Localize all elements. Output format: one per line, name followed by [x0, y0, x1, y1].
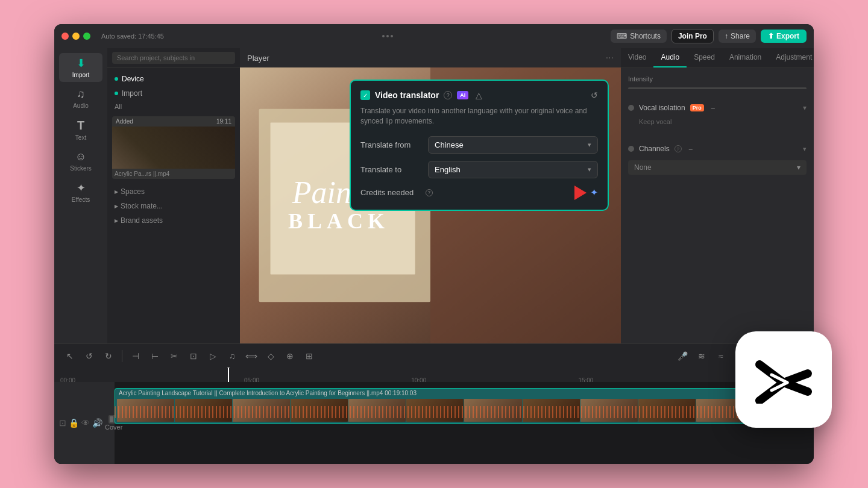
track-thumbnail-icon[interactable]: ⊡: [59, 418, 66, 428]
audio-wave-button[interactable]: ≋: [693, 348, 710, 364]
media-nav: Device Import All Added 19:11: [107, 68, 240, 233]
chevron-right-icon: ▶: [115, 204, 118, 209]
track-audio-icon[interactable]: 🔊: [92, 418, 102, 428]
spaces-section[interactable]: ▶ Spaces: [107, 185, 240, 198]
tab-video[interactable]: Video: [621, 48, 653, 67]
mask-button[interactable]: ◇: [262, 348, 279, 364]
vt-credits-info-icon[interactable]: ?: [426, 189, 433, 196]
replace-button[interactable]: ⊕: [281, 348, 298, 364]
split-end-button[interactable]: ⊢: [146, 348, 163, 364]
vt-from-select[interactable]: Chinese ▾: [428, 136, 598, 154]
mic-button[interactable]: 🎤: [674, 348, 691, 364]
search-input[interactable]: [112, 52, 235, 64]
tab-speed[interactable]: Speed: [687, 48, 722, 67]
svg-rect-0: [156, 136, 192, 160]
split-button[interactable]: ✂: [166, 348, 183, 364]
channels-chevron-icon[interactable]: ▾: [803, 145, 807, 153]
sidebar-item-label-import: Import: [72, 72, 89, 78]
channels-toggle[interactable]: [628, 146, 634, 152]
player-menu-dots[interactable]: ···: [606, 52, 614, 63]
vt-expand-icon[interactable]: △: [476, 90, 482, 100]
vt-cursor-area: ✦: [574, 186, 598, 200]
media-thumb-item[interactable]: Added 19:11 Acrylic Pa...rs ||.mp4: [112, 116, 235, 179]
media-panel: Device Import All Added 19:11: [107, 48, 240, 343]
vt-to-row: Translate to English ▾: [360, 161, 598, 178]
vt-from-row: Translate from Chinese ▾: [360, 136, 598, 154]
vt-refresh-icon[interactable]: ↺: [591, 90, 598, 100]
ruler-mark-0: 00:00: [60, 377, 75, 382]
maximize-button[interactable]: [83, 33, 90, 40]
redo-button[interactable]: ↻: [100, 348, 117, 364]
minimize-button[interactable]: [72, 33, 80, 40]
cursor-icon: [574, 186, 587, 200]
join-pro-button[interactable]: Join Pro: [671, 29, 714, 43]
video-track[interactable]: Acrylic Painting Landscape Tutorial || C…: [115, 388, 814, 424]
audio-icon: ♫: [77, 88, 85, 101]
playhead[interactable]: [228, 368, 229, 382]
media-sections: ▶ Spaces ▶ Stock mate... ▶ Brand assets: [107, 183, 240, 230]
tab-adjustment[interactable]: Adjustment: [769, 48, 814, 67]
speed-button[interactable]: ▷: [204, 348, 221, 364]
track-content: Acrylic Painting Landscape Tutorial || C…: [115, 382, 814, 464]
device-dot: [115, 77, 118, 81]
sidebar-item-stickers[interactable]: ☺ Stickers: [59, 147, 102, 175]
svg-rect-1: [162, 139, 186, 157]
vocal-isolation-toggle[interactable]: [628, 105, 634, 111]
channels-row: Channels ? – ▾: [628, 140, 807, 158]
vt-from-value: Chinese: [435, 140, 464, 149]
close-button[interactable]: [61, 33, 69, 40]
channels-dash[interactable]: –: [689, 145, 693, 152]
vocal-isolation-label: Vocal isolation: [639, 104, 685, 112]
track-lock-icon[interactable]: 🔒: [69, 418, 79, 428]
channels-label: Channels: [639, 145, 670, 153]
track-eye-icon[interactable]: 👁: [81, 418, 90, 428]
toolbar: ↖ ↺ ↻ ⊣ ⊢ ✂ ⊡ ▷ ♫ ⟺ ◇ ⊕ ⊞ 🎤 ≋ ≈ ⊟ ☺ — ⚙: [54, 343, 814, 368]
player-area: Player ···: [240, 48, 621, 343]
tab-animation[interactable]: Animation: [722, 48, 769, 67]
pro-badge: Pro: [690, 104, 704, 111]
device-nav-item[interactable]: Device: [107, 72, 240, 86]
vocal-info-icon[interactable]: –: [711, 104, 715, 111]
sidebar-item-audio[interactable]: ♫ Audio: [59, 84, 102, 113]
audio-strip-button[interactable]: ≈: [712, 348, 729, 364]
channels-none-dropdown[interactable]: None ▾: [628, 160, 807, 175]
share-button[interactable]: ↑ Share: [719, 30, 756, 43]
stickers-icon: ☺: [75, 151, 86, 163]
select-tool-button[interactable]: ↖: [61, 348, 78, 364]
export-button[interactable]: ⬆ Export: [761, 30, 807, 43]
sidebar-item-text[interactable]: T Text: [59, 115, 102, 145]
menu-dots[interactable]: [382, 35, 393, 37]
thumb-filename: Acrylic Pa...rs ||.mp4: [112, 169, 235, 179]
sidebar-item-label-effects: Effects: [72, 196, 90, 203]
brand-assets-section[interactable]: ▶ Brand assets: [107, 214, 240, 227]
vt-credits-info: ?: [426, 189, 433, 196]
audio-track-button[interactable]: ♫: [224, 348, 241, 364]
sidebar-item-import[interactable]: ⬇ Import: [59, 53, 102, 82]
stock-section[interactable]: ▶ Stock mate...: [107, 199, 240, 213]
undo-button[interactable]: ↺: [81, 348, 98, 364]
channels-section: Channels ? – ▾ None ▾: [628, 140, 807, 175]
shortcuts-button[interactable]: ⌨ Shortcuts: [611, 30, 667, 43]
export-icon: ⬆: [768, 32, 774, 40]
tab-audio[interactable]: Audio: [653, 48, 687, 67]
crop-button[interactable]: ⊡: [185, 348, 202, 364]
timeline-tracks: ⊡ 🔒 👁 🔊 Cover Acrylic Painting Landscape…: [54, 382, 814, 464]
vt-checkbox[interactable]: ✓: [360, 90, 370, 100]
intensity-bar: [628, 87, 807, 89]
video-background: Paint it BLACK ✓ Video translator ? AI △…: [240, 67, 621, 343]
channels-info-icon[interactable]: ?: [675, 145, 682, 152]
split-start-button[interactable]: ⊣: [127, 348, 144, 364]
vt-credits-row: Credits needed ? ✦: [360, 186, 598, 200]
ruler-mark-1: 05:00: [244, 377, 259, 382]
paint-black-text: BLACK: [288, 208, 389, 234]
image-button[interactable]: ⊞: [301, 348, 318, 364]
vocal-chevron-icon[interactable]: ▾: [803, 104, 807, 112]
import-icon: ⬇: [77, 57, 86, 70]
vt-info-icon[interactable]: ?: [444, 91, 452, 99]
import-nav-item[interactable]: Import: [107, 86, 240, 101]
timeline: 00:00 05:00 10:00 15:00 20:00 ⊡ 🔒 👁 🔊 Co…: [54, 368, 814, 464]
sidebar-item-effects[interactable]: ✦ Effects: [59, 178, 102, 207]
vt-to-select[interactable]: English ▾: [428, 161, 598, 178]
toolbar-separator: [122, 350, 122, 362]
flip-button[interactable]: ⟺: [243, 348, 260, 364]
